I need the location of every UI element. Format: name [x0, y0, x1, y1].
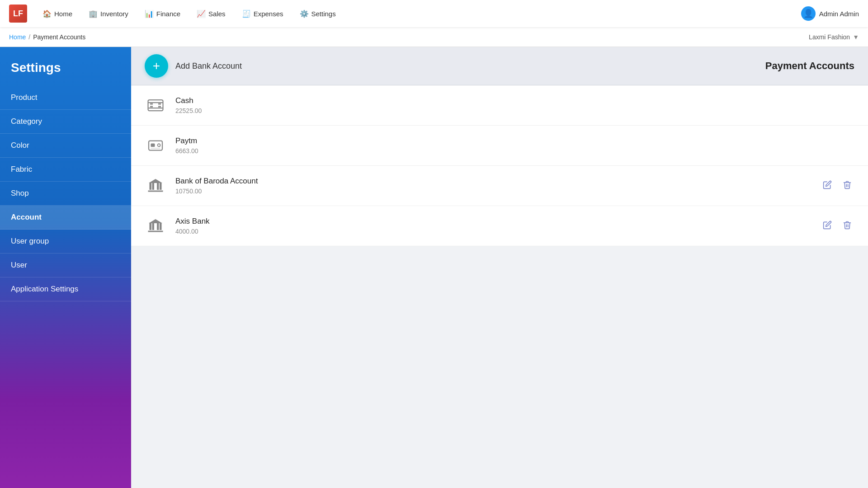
bank-icon-axis	[145, 215, 166, 237]
main-layout: Settings Product Category Color Fabric S…	[0, 47, 868, 488]
delete-axis-button[interactable]	[840, 218, 854, 235]
svg-rect-13	[152, 183, 155, 190]
svg-rect-14	[157, 183, 159, 190]
edit-bob-button[interactable]	[820, 178, 835, 194]
svg-rect-6	[158, 106, 161, 108]
account-name-paytm: Paytm	[175, 136, 854, 145]
delete-bob-button[interactable]	[840, 178, 854, 194]
user-menu[interactable]: 👤 Admin Admin	[801, 6, 859, 21]
content-area: + Add Bank Account Payment Accounts	[131, 47, 868, 488]
nav-inventory[interactable]: 🏢 Inventory	[82, 6, 135, 22]
svg-rect-12	[150, 183, 152, 190]
nav-settings[interactable]: ⚙️ Settings	[293, 6, 342, 22]
svg-point-9	[158, 144, 160, 146]
nav-sales[interactable]: 📈 Sales	[190, 6, 232, 22]
sidebar-item-usergroup[interactable]: User group	[0, 230, 131, 253]
account-actions-bob	[820, 178, 854, 194]
nav-home-label: Home	[54, 10, 72, 18]
account-item-paytm: Paytm 6663.00	[131, 126, 868, 166]
sidebar-item-category[interactable]: Category	[0, 110, 131, 134]
breadcrumb-bar: Home / Payment Accounts Laxmi Fashion ▼	[0, 27, 868, 47]
page-title: Payment Accounts	[765, 60, 854, 72]
sidebar-item-fabric[interactable]: Fabric	[0, 158, 131, 182]
svg-rect-19	[152, 223, 155, 230]
breadcrumb-separator: /	[28, 33, 30, 41]
nav-finance-label: Finance	[156, 10, 180, 18]
svg-rect-5	[158, 103, 161, 105]
bank-icon-bob	[145, 175, 166, 197]
nav-finance[interactable]: 📊 Finance	[138, 6, 187, 22]
sidebar-item-color[interactable]: Color	[0, 134, 131, 158]
nav-expenses-label: Expenses	[254, 10, 283, 18]
account-balance-paytm: 6663.00	[175, 147, 854, 155]
svg-rect-15	[160, 183, 162, 190]
svg-rect-21	[160, 223, 162, 230]
user-avatar-icon: 👤	[801, 6, 816, 21]
edit-axis-button[interactable]	[820, 218, 835, 235]
home-icon: 🏠	[42, 9, 52, 18]
account-info-bob: Bank of Baroda Account 10750.00	[175, 177, 820, 195]
svg-rect-18	[150, 223, 152, 230]
cash-icon	[145, 94, 166, 116]
breadcrumb-home[interactable]: Home	[9, 33, 26, 41]
sidebar-item-user[interactable]: User	[0, 253, 131, 277]
inventory-icon: 🏢	[89, 9, 98, 18]
sidebar: Settings Product Category Color Fabric S…	[0, 47, 131, 488]
breadcrumb-current: Payment Accounts	[33, 33, 85, 41]
chevron-down-icon: ▼	[853, 33, 859, 41]
svg-rect-3	[150, 103, 153, 105]
account-balance-axis: 4000.00	[175, 228, 820, 235]
sidebar-title: Settings	[0, 56, 131, 86]
account-info-axis: Axis Bank 4000.00	[175, 217, 820, 235]
nav-sales-label: Sales	[208, 10, 226, 18]
page-header: + Add Bank Account Payment Accounts	[131, 47, 868, 85]
svg-rect-22	[148, 231, 163, 232]
sidebar-item-shop[interactable]: Shop	[0, 182, 131, 206]
svg-rect-4	[150, 106, 153, 108]
account-item-axis: Axis Bank 4000.00	[131, 206, 868, 246]
paytm-icon	[145, 135, 166, 156]
sales-icon: 📈	[197, 9, 206, 18]
svg-rect-8	[151, 144, 155, 147]
svg-marker-17	[149, 219, 162, 223]
svg-rect-20	[157, 223, 159, 230]
account-balance-bob: 10750.00	[175, 188, 820, 195]
account-actions-axis	[820, 218, 854, 235]
nav-expenses[interactable]: 🧾 Expenses	[236, 6, 290, 22]
account-name-axis: Axis Bank	[175, 217, 820, 226]
account-name-bob: Bank of Baroda Account	[175, 177, 820, 186]
accounts-list: Cash 22525.00 Paytm 6663.00	[131, 85, 868, 246]
account-info-cash: Cash 22525.00	[175, 96, 854, 114]
company-name: Laxmi Fashion	[809, 33, 850, 41]
add-btn-section: + Add Bank Account	[145, 54, 242, 78]
sidebar-item-product[interactable]: Product	[0, 86, 131, 110]
nav-settings-label: Settings	[311, 10, 336, 18]
sidebar-item-application-settings[interactable]: Application Settings	[0, 277, 131, 301]
account-item-bob: Bank of Baroda Account 10750.00	[131, 166, 868, 206]
logo: LF	[9, 5, 27, 23]
svg-rect-16	[148, 191, 163, 192]
nav-links: 🏠 Home 🏢 Inventory 📊 Finance 📈 Sales 🧾 E…	[36, 6, 801, 22]
account-item-cash: Cash 22525.00	[131, 85, 868, 126]
nav-home[interactable]: 🏠 Home	[36, 6, 79, 22]
account-name-cash: Cash	[175, 96, 854, 105]
sidebar-item-account[interactable]: Account	[0, 206, 131, 230]
add-bank-account-button[interactable]: +	[145, 54, 168, 78]
svg-marker-11	[149, 179, 162, 183]
user-name: Admin Admin	[819, 10, 859, 18]
account-info-paytm: Paytm 6663.00	[175, 136, 854, 155]
add-bank-account-label: Add Bank Account	[175, 61, 242, 71]
svg-rect-0	[148, 100, 163, 111]
top-navigation: LF 🏠 Home 🏢 Inventory 📊 Finance 📈 Sales …	[0, 0, 868, 27]
settings-icon: ⚙️	[300, 9, 309, 18]
finance-icon: 📊	[145, 9, 154, 18]
breadcrumb: Home / Payment Accounts	[9, 33, 85, 41]
nav-inventory-label: Inventory	[100, 10, 128, 18]
account-balance-cash: 22525.00	[175, 107, 854, 114]
company-selector[interactable]: Laxmi Fashion ▼	[809, 33, 859, 41]
expenses-icon: 🧾	[242, 9, 251, 18]
